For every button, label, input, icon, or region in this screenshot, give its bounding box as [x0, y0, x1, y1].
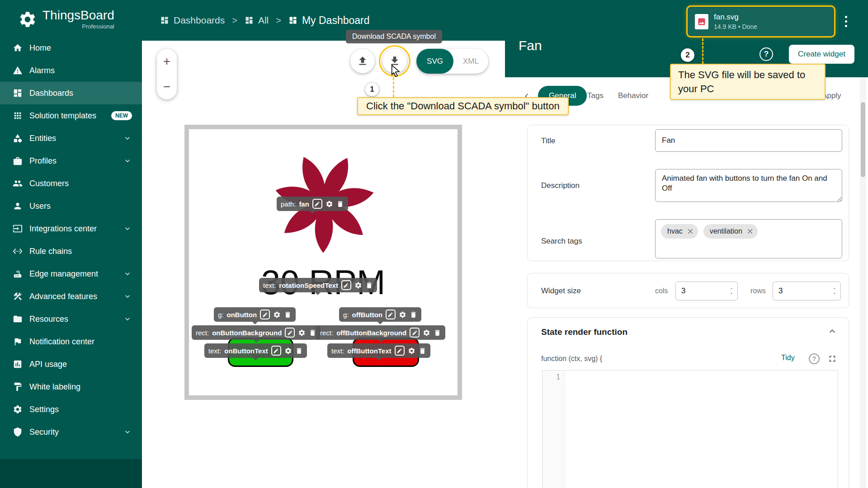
tab-xml[interactable]: XML — [453, 57, 488, 66]
delete-icon[interactable] — [295, 347, 303, 355]
sidebar-item-label: Entities — [29, 134, 56, 143]
app-logo[interactable]: ThingsBoard Professional — [0, 0, 142, 35]
edit-icon[interactable] — [271, 346, 281, 356]
sidebar-item-dashboards[interactable]: Dashboards — [0, 82, 142, 104]
download-scada-symbol-button[interactable] — [382, 49, 407, 73]
sidebar-bottom-strip — [0, 459, 142, 488]
scada-symbol-frame: 30 RPM On Off path:fan text:rotationSpee… — [184, 125, 462, 400]
tab-svg[interactable]: SVG — [416, 49, 453, 74]
delete-icon[interactable] — [434, 329, 441, 337]
sidebar-item-white-labeling[interactable]: White labeling — [0, 375, 142, 398]
settings-icon[interactable] — [354, 282, 362, 289]
sidebar-item-notification-center[interactable]: Notification center — [0, 330, 142, 353]
download-notification[interactable]: fan.svg 14.9 KB • Done — [686, 5, 835, 38]
widget-settings-panel: General Tags Behavior Preview Decline Ap… — [505, 77, 868, 488]
delete-icon[interactable] — [284, 311, 292, 319]
breadcrumb-item-all[interactable]: All — [245, 15, 269, 26]
sidebar-item-resources[interactable]: Resources — [0, 308, 142, 330]
cols-stepper[interactable] — [728, 286, 735, 296]
tag-name: rotationSpeedText — [279, 282, 338, 289]
tab-behavior[interactable]: Behavior — [618, 86, 648, 106]
function-help-button[interactable]: ? — [809, 353, 820, 364]
rows-stepper[interactable] — [831, 286, 838, 296]
chevron-down-icon — [123, 134, 132, 143]
sidebar-item-users[interactable]: Users — [0, 195, 142, 217]
sidebar-item-integrations-center[interactable]: Integrations center — [0, 217, 142, 240]
settings-icon[interactable] — [408, 347, 415, 355]
edit-icon[interactable] — [395, 346, 405, 356]
tag-name: offButtonText — [347, 347, 391, 355]
help-button[interactable]: ? — [760, 47, 773, 61]
breadcrumb-item-dashboards[interactable]: Dashboards — [160, 15, 225, 26]
upload-button[interactable] — [350, 49, 375, 73]
tab-tags[interactable]: Tags — [587, 86, 604, 106]
settings-icon[interactable] — [284, 347, 292, 355]
dashboard-icon — [245, 16, 254, 25]
zoom-in-button[interactable]: + — [163, 55, 170, 68]
more-menu-icon[interactable] — [843, 14, 849, 29]
sidebar-item-alarms[interactable]: Alarms — [0, 59, 142, 82]
settings-icon[interactable] — [399, 311, 406, 319]
zoom-out-button[interactable]: − — [163, 80, 170, 93]
title-input[interactable] — [655, 129, 842, 152]
sidebar-item-rule-chains[interactable]: Rule chains — [0, 240, 142, 263]
sidebar-item-security[interactable]: Security — [0, 421, 142, 443]
step1-connector — [393, 73, 394, 97]
stepper-down-icon[interactable] — [728, 291, 735, 296]
tag-name: onButton — [227, 311, 257, 319]
description-input[interactable]: Animated fan with buttons to turn the fa… — [655, 169, 842, 202]
delete-icon[interactable] — [410, 311, 417, 319]
stepper-down-icon[interactable] — [831, 291, 838, 296]
general-settings-card: Title Description Animated fan with butt… — [527, 125, 849, 261]
fullscreen-icon[interactable] — [827, 354, 837, 366]
code-editor-content[interactable] — [565, 371, 838, 488]
tidy-button[interactable]: Tidy — [781, 354, 795, 362]
delete-icon[interactable] — [309, 329, 316, 337]
panel-scrollbar-track[interactable] — [860, 77, 866, 488]
rows-input[interactable] — [773, 286, 831, 296]
sidebar-item-customers[interactable]: Customers — [0, 172, 142, 195]
remove-tag-icon[interactable] — [686, 227, 694, 235]
sidebar-item-entities[interactable]: Entities — [0, 127, 142, 150]
breadcrumb-item-current[interactable]: My Dashboard — [288, 14, 370, 27]
delete-icon[interactable] — [365, 282, 373, 289]
sidebar-item-label: Integrations center — [29, 224, 97, 234]
sidebar-item-solution-templates[interactable]: Solution templatesNEW — [0, 104, 142, 127]
resources-icon — [13, 314, 23, 324]
search-tags-field[interactable]: hvac ventilation — [655, 219, 842, 258]
delete-icon[interactable] — [336, 200, 344, 208]
edit-icon[interactable] — [341, 280, 351, 290]
edit-icon[interactable] — [386, 310, 396, 319]
remove-tag-icon[interactable] — [746, 227, 754, 235]
edit-icon[interactable] — [312, 199, 322, 209]
sidebar-item-home[interactable]: Home — [0, 37, 142, 59]
settings-icon[interactable] — [273, 311, 281, 319]
sidebar-item-settings[interactable]: Settings — [0, 398, 142, 421]
function-signature: function (ctx, svg) { — [541, 355, 602, 363]
stepper-up-icon[interactable] — [831, 286, 838, 291]
sidebar-item-api-usage[interactable]: API usage — [0, 353, 142, 375]
settings-icon[interactable] — [326, 200, 333, 208]
dashboard-icon — [160, 16, 169, 25]
edit-icon[interactable] — [410, 328, 420, 338]
create-widget-button[interactable]: Create widget — [789, 45, 854, 64]
stepper-up-icon[interactable] — [728, 286, 735, 291]
panel-scrollbar-thumb[interactable] — [861, 102, 865, 177]
edit-icon[interactable] — [260, 310, 270, 319]
edit-icon[interactable] — [285, 328, 295, 338]
title-label: Title — [541, 136, 556, 145]
chevron-up-icon[interactable] — [827, 326, 838, 338]
sidebar-item-label: API usage — [29, 360, 67, 369]
sidebar-item-edge-management[interactable]: Edge management — [0, 263, 142, 285]
cols-input[interactable] — [676, 286, 728, 296]
chevron-down-icon — [123, 314, 132, 324]
sidebar-item-advanced-features[interactable]: Advanced features — [0, 285, 142, 308]
settings-icon[interactable] — [298, 329, 306, 337]
code-editor[interactable]: 1 — [542, 370, 838, 488]
delete-icon[interactable] — [419, 347, 426, 355]
sidebar-item-profiles[interactable]: Profiles — [0, 150, 142, 172]
widget-size-label: Widget size — [541, 286, 581, 296]
breadcrumb-label: My Dashboard — [302, 14, 370, 27]
settings-icon[interactable] — [423, 329, 430, 337]
download-filename: fan.svg — [714, 13, 757, 22]
